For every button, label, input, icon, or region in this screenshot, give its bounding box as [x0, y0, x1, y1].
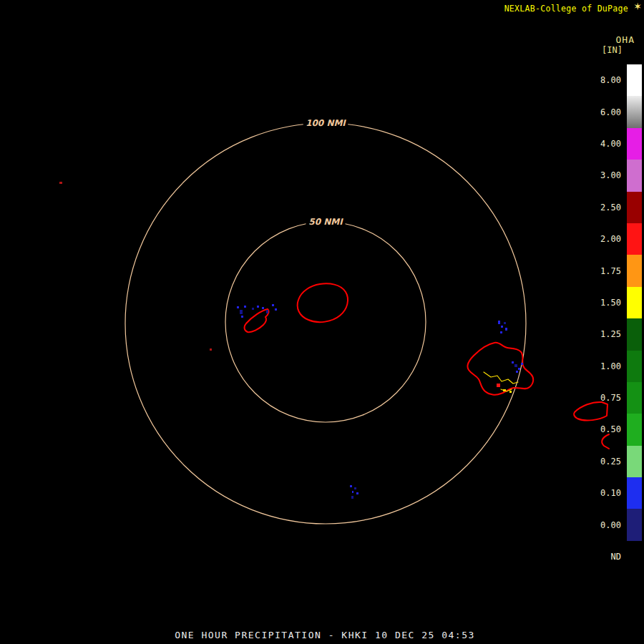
- range-ring: [125, 123, 526, 524]
- colorbar-row-0.00: 0.00: [600, 509, 642, 540]
- colorbar-tick-label: 8.00: [600, 75, 621, 85]
- colorbar-row-1.50: 1.50: [600, 287, 642, 318]
- kauai-coastline: [298, 283, 348, 322]
- colorbar-row-0.25: 0.25: [600, 446, 642, 477]
- colorbar-row-4.00: 4.00: [600, 128, 642, 160]
- precip-cell: [210, 348, 212, 351]
- colorbar-row-1.75: 1.75: [600, 255, 642, 286]
- precip-cell: [497, 384, 500, 387]
- units-label: [IN]: [602, 45, 623, 55]
- precip-cell: [512, 361, 514, 364]
- oahu-precip-contour-1: [484, 372, 518, 384]
- precip-cell: [516, 371, 518, 373]
- precip-cell: [350, 485, 352, 487]
- colorbar-swatch: [627, 351, 642, 382]
- colorbar-tick-label: 1.75: [600, 266, 621, 276]
- colorbar-tick-label: 4.00: [600, 139, 621, 149]
- precip-cell: [503, 389, 506, 391]
- precip-cell: [275, 308, 277, 311]
- colorbar-swatch: [627, 382, 642, 414]
- precip-cell: [257, 306, 259, 308]
- product-id-label: OHA: [616, 34, 635, 45]
- precip-cell: [352, 491, 353, 493]
- precip-cell: [262, 307, 264, 309]
- colorbar-row-8.00: 8.00: [600, 64, 642, 96]
- radar-map: 100 NMI50 NMI: [0, 0, 644, 644]
- colorbar-swatch: [627, 128, 642, 160]
- colorbar-tick-label: ND: [611, 552, 621, 562]
- colorbar-swatch: [627, 223, 642, 255]
- range-ring-label: 100 NMI: [306, 118, 346, 128]
- colorbar-row-2.00: 2.00: [600, 223, 642, 255]
- colorbar-swatch: [627, 64, 642, 96]
- colorbar-row-0.75: 0.75: [600, 382, 642, 414]
- colorbar-tick-label: 1.25: [600, 329, 621, 339]
- colorbar-tick-label: 0.10: [600, 488, 621, 498]
- colorbar-swatch: [627, 509, 642, 540]
- colorbar-tick-label: 0.25: [600, 457, 621, 467]
- colorbar-tick-label: 0.75: [600, 393, 621, 403]
- precip-cell: [266, 310, 268, 313]
- precip-cell: [59, 182, 62, 184]
- colorbar: 8.006.004.003.002.502.001.751.501.251.00…: [600, 64, 642, 572]
- precip-cell: [498, 321, 500, 324]
- precip-cell: [272, 304, 274, 306]
- precip-cell: [244, 306, 246, 308]
- colorbar-swatch: [627, 446, 642, 477]
- precip-cell: [500, 331, 502, 333]
- colorbar-swatch: [627, 318, 642, 350]
- colorbar-swatch: [627, 192, 642, 223]
- colorbar-swatch: [627, 287, 642, 318]
- colorbar-tick-label: 0.50: [600, 424, 621, 434]
- colorbar-tick-label: 2.50: [600, 203, 621, 213]
- colorbar-row-0.10: 0.10: [600, 477, 642, 509]
- precip-cell: [356, 492, 358, 494]
- cod-logo-icon: ✶: [633, 1, 642, 12]
- colorbar-swatch: [627, 160, 642, 191]
- colorbar-row-1.25: 1.25: [600, 318, 642, 350]
- colorbar-swatch: [627, 96, 642, 127]
- precip-cell: [509, 391, 512, 393]
- colorbar-row-2.50: 2.50: [600, 192, 642, 223]
- colorbar-row-3.00: 3.00: [600, 160, 642, 191]
- colorbar-tick-label: 3.00: [600, 170, 621, 180]
- precip-cell: [505, 328, 507, 331]
- precip-cell: [518, 368, 520, 370]
- colorbar-tick-label: 2.00: [600, 234, 621, 244]
- credit-text: NEXLAB-College of DuPage: [504, 4, 628, 14]
- colorbar-swatch: [627, 255, 642, 286]
- precip-cell: [504, 322, 506, 324]
- colorbar-tick-label: 1.00: [600, 361, 621, 371]
- product-caption: ONE HOUR PRECIPITATION - KHKI 10 DEC 25 …: [0, 630, 644, 640]
- precip-cell: [354, 487, 356, 489]
- colorbar-row-0.50: 0.50: [600, 414, 642, 445]
- niihau-coastline: [245, 309, 269, 332]
- precip-cell: [252, 308, 254, 310]
- radar-viewport: 100 NMI50 NMI NEXLAB-College of DuPage ✶…: [0, 0, 644, 644]
- colorbar-tick-label: 6.00: [600, 107, 621, 117]
- colorbar-row-ND: ND: [600, 541, 642, 572]
- colorbar-swatch: [627, 541, 642, 572]
- precip-cell: [521, 363, 523, 365]
- colorbar-swatch: [627, 414, 642, 445]
- colorbar-row-6.00: 6.00: [600, 96, 642, 127]
- precip-cell: [351, 496, 353, 499]
- colorbar-tick-label: 1.50: [600, 298, 621, 308]
- range-ring-label: 50 NMI: [308, 217, 343, 227]
- precip-cell: [241, 316, 243, 318]
- colorbar-swatch: [627, 477, 642, 509]
- precip-cell: [240, 310, 243, 314]
- precip-cell: [514, 364, 517, 367]
- precip-cell: [237, 306, 239, 308]
- colorbar-tick-label: 0.00: [600, 520, 621, 530]
- precip-cell: [501, 326, 503, 328]
- oahu-coastline: [467, 343, 533, 395]
- colorbar-row-1.00: 1.00: [600, 351, 642, 382]
